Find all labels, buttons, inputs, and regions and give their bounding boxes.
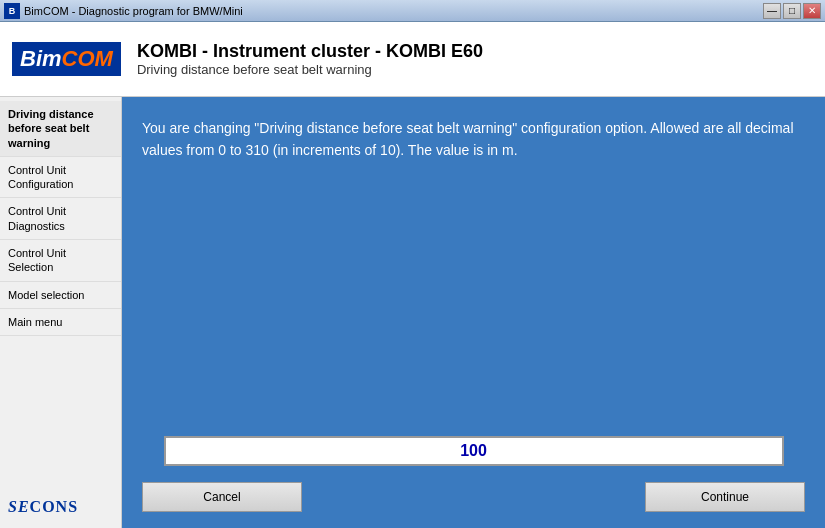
app-header: Bim COM KOMBI - Instrument cluster - KOM… — [0, 22, 825, 97]
content-description: You are changing "Driving distance befor… — [142, 117, 805, 162]
content-spacer — [142, 178, 805, 420]
sidebar-item-cu-diagnostics[interactable]: Control Unit Diagnostics — [0, 198, 121, 240]
maximize-button[interactable]: □ — [783, 3, 801, 19]
secons-logo: SeCons — [0, 490, 121, 524]
close-button[interactable]: ✕ — [803, 3, 821, 19]
cancel-button[interactable]: Cancel — [142, 482, 302, 512]
continue-button[interactable]: Continue — [645, 482, 805, 512]
title-bar-left: B BimCOM - Diagnostic program for BMW/Mi… — [4, 3, 243, 19]
sidebar: Driving distance before seat belt warnin… — [0, 97, 122, 528]
input-row — [142, 436, 805, 466]
title-bar: B BimCOM - Diagnostic program for BMW/Mi… — [0, 0, 825, 22]
sidebar-item-cu-configuration[interactable]: Control Unit Configuration — [0, 157, 121, 199]
button-row: Cancel Continue — [142, 482, 805, 512]
title-bar-buttons: — □ ✕ — [763, 3, 821, 19]
app-icon: B — [4, 3, 20, 19]
value-input[interactable] — [164, 436, 784, 466]
logo-bim: Bim — [20, 46, 62, 72]
minimize-button[interactable]: — — [763, 3, 781, 19]
header-subtitle: Driving distance before seat belt warnin… — [137, 62, 483, 77]
header-text: KOMBI - Instrument cluster - KOMBI E60 D… — [137, 41, 483, 77]
logo-com: COM — [62, 46, 113, 72]
header-title: KOMBI - Instrument cluster - KOMBI E60 — [137, 41, 483, 62]
sidebar-item-model-selection[interactable]: Model selection — [0, 282, 121, 309]
title-bar-text: BimCOM - Diagnostic program for BMW/Mini — [24, 5, 243, 17]
sidebar-item-cu-selection[interactable]: Control Unit Selection — [0, 240, 121, 282]
logo-box: Bim COM — [12, 42, 121, 76]
sidebar-item-main-menu[interactable]: Main menu — [0, 309, 121, 336]
main-layout: Driving distance before seat belt warnin… — [0, 97, 825, 528]
content-area: You are changing "Driving distance befor… — [122, 97, 825, 528]
sidebar-item-driving-distance[interactable]: Driving distance before seat belt warnin… — [0, 101, 121, 157]
